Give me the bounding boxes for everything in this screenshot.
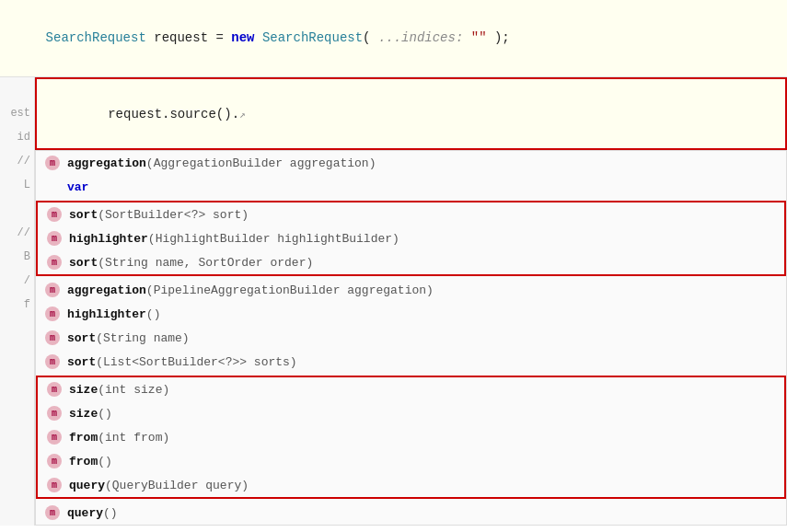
code-searchrequest-type: SearchRequest	[46, 30, 146, 45]
completion-text-10: size(int size)	[69, 383, 169, 397]
method-badge-4: m	[47, 231, 62, 246]
left-stub-panel: est id // L // B / f	[0, 77, 35, 526]
completion-text-11: size()	[69, 407, 112, 421]
completion-text-8: sort(String name)	[67, 331, 190, 345]
completion-text-7: highlighter()	[67, 307, 160, 321]
method-badge-7: m	[45, 306, 60, 321]
completion-item-sort-2[interactable]: m sort(String name, SortOrder order)	[38, 250, 784, 274]
method-badge-6: m	[45, 283, 60, 297]
completion-text-var: var	[67, 180, 88, 194]
completion-text-3: sort(SortBuilder<?> sort)	[69, 208, 249, 222]
method-badge-15: m	[45, 505, 60, 520]
completion-text-12: from(int from)	[69, 431, 169, 445]
code-param-hint: ...indices:	[378, 30, 463, 45]
completion-item-sort-1[interactable]: m sort(SortBuilder<?> sort)	[38, 202, 784, 226]
method-badge-11: m	[47, 406, 62, 421]
stub-line-7: //	[17, 221, 30, 245]
completion-text-4: highlighter(HighlightBuilder highlightBu…	[69, 232, 399, 246]
completion-item-var[interactable]: var	[36, 175, 786, 199]
code-string-value: ""	[471, 30, 487, 45]
method-badge-10: m	[47, 382, 62, 397]
red-border-group-2: m size(int size) m size() m from(int fro…	[36, 376, 786, 499]
completion-text-13: from()	[69, 455, 112, 468]
completion-item-size-2[interactable]: m size()	[38, 401, 784, 425]
completion-item-highlighter-2[interactable]: m highlighter()	[36, 302, 786, 326]
method-badge-3: m	[47, 207, 62, 222]
completion-item-size-1[interactable]: m size(int size)	[38, 377, 784, 401]
completion-item-from-1[interactable]: m from(int from)	[38, 425, 784, 449]
stub-line-10: f	[24, 293, 30, 317]
dropdown-wrapper: request.source().↗ m aggregation(Aggrega…	[35, 77, 787, 526]
code-constructor: SearchRequest(	[254, 30, 377, 45]
completion-item-aggregation-1[interactable]: m aggregation(AggregationBuilder aggrega…	[36, 151, 786, 175]
stub-line-2: est	[10, 101, 30, 125]
completion-item-sort-3[interactable]: m sort(String name)	[36, 326, 786, 350]
completion-list: m aggregation(AggregationBuilder aggrega…	[35, 150, 787, 526]
selected-expr-text: request.source().	[108, 107, 239, 121]
editor-area: SearchRequest request = new SearchReques…	[0, 0, 787, 532]
completion-item-highlighter-1[interactable]: m highlighter(HighlightBuilder highlight…	[38, 226, 784, 250]
stub-line-5: L	[24, 173, 30, 197]
stub-line-9: /	[24, 269, 30, 293]
cursor-indicator: ↗	[239, 110, 246, 121]
completion-text-14: query(QueryBuilder query)	[69, 479, 249, 492]
completion-text-5: sort(String name, SortOrder order)	[69, 256, 313, 270]
method-badge-9: m	[45, 354, 60, 369]
completion-item-aggregation-2[interactable]: m aggregation(PipelineAggregationBuilder…	[36, 278, 786, 302]
red-border-group-1: m sort(SortBuilder<?> sort) m highlighte…	[36, 201, 786, 276]
top-code-line: SearchRequest request = new SearchReques…	[0, 0, 787, 77]
completion-text-6: aggregation(PipelineAggregationBuilder a…	[67, 283, 434, 297]
method-badge-5: m	[47, 255, 62, 270]
code-var-name: request =	[146, 30, 231, 45]
completion-item-query-1[interactable]: m query(QueryBuilder query)	[38, 473, 784, 497]
method-badge-12: m	[47, 430, 62, 445]
completion-text: aggregation(AggregationBuilder aggregati…	[67, 156, 376, 170]
completion-item-query-2[interactable]: m query()	[36, 501, 786, 525]
completion-item-sort-4[interactable]: m sort(List<SortBuilder<?>> sorts)	[36, 350, 786, 374]
completion-text-9: sort(List<SortBuilder<?>> sorts)	[67, 355, 297, 369]
stub-line-4: //	[17, 149, 30, 173]
code-new-keyword: new	[231, 30, 254, 45]
autocomplete-container: est id // L // B / f request.source().↗ …	[0, 77, 787, 526]
completion-item-from-2[interactable]: m from()	[38, 449, 784, 473]
method-badge: m	[45, 156, 60, 170]
selected-expression-row: request.source().↗	[35, 77, 787, 150]
method-badge-14: m	[47, 478, 62, 492]
method-badge-13: m	[47, 454, 62, 468]
stub-line-8: B	[24, 245, 30, 269]
stub-line-3: id	[17, 125, 30, 149]
completion-text-15: query()	[67, 506, 118, 520]
method-badge-8: m	[45, 330, 60, 345]
